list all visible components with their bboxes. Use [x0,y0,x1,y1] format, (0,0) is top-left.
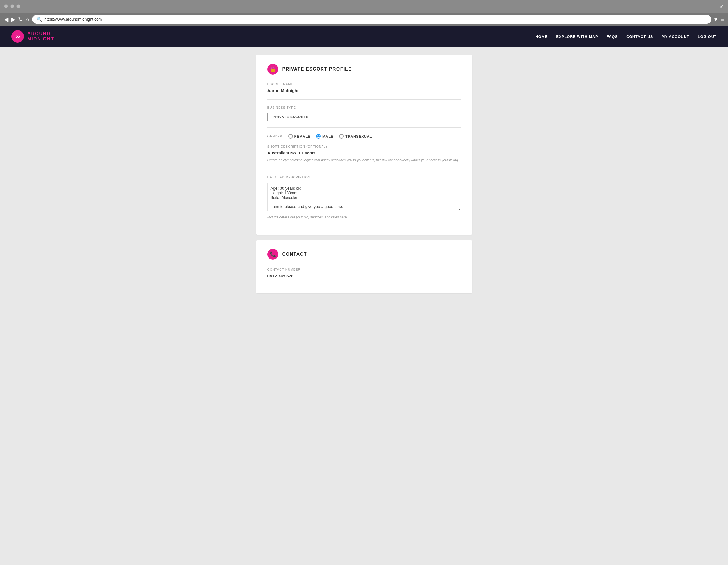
nav-explore[interactable]: EXPLORE WITH MAP [556,34,598,39]
gender-female-radio[interactable] [288,134,293,138]
favorite-icon[interactable]: ♥ [714,16,717,23]
main-nav: HOME EXPLORE WITH MAP FAQS CONTACT US MY… [535,34,717,39]
maximize-dot[interactable] [16,4,20,8]
contact-card: 📞 CONTACT CONTACT NUMBER 0412 345 678 [256,240,472,293]
logo-around: AROUND [27,31,54,36]
nav-faqs[interactable]: FAQS [607,34,618,39]
gender-male[interactable]: MALE [316,134,333,138]
minimize-dot[interactable] [10,4,14,8]
contact-number-label: CONTACT NUMBER [267,268,461,271]
short-description-hint: Create an eye catching tagline that brie… [267,158,461,163]
gender-male-radio[interactable] [316,134,321,138]
profile-card-header: 🔒 PRIVATE ESCORT PROFILE [267,64,461,74]
business-type-field: BUSINESS TYPE PRIVATE ESCORTS [267,106,461,128]
refresh-button[interactable]: ↻ [18,16,23,23]
gender-female-label: FEMALE [294,134,310,138]
profile-card-title: PRIVATE ESCORT PROFILE [282,67,352,72]
short-description-field: SHORT DESCRIPTION (OPTIONAL) Australia's… [267,145,461,169]
home-button[interactable]: ⌂ [26,16,29,23]
gender-transexual-label: TRANSEXUAL [345,134,372,138]
contact-card-header: 📞 CONTACT [267,249,461,260]
expand-icon[interactable]: ⤢ [720,3,724,9]
lock-icon: 🔒 [267,64,278,74]
logo-icon: ∞ [11,30,24,43]
detailed-description-field: DETAILED DESCRIPTION Age: 30 years old H… [267,175,461,220]
escort-name-value[interactable]: Aaron Midnight [267,88,461,93]
nav-account[interactable]: MY ACCOUNT [661,34,689,39]
contact-number-value[interactable]: 0412 345 678 [267,273,461,278]
business-type-label: BUSINESS TYPE [267,106,461,109]
logo[interactable]: ∞ AROUND MIDNIGHT [11,30,54,43]
logo-midnight: MIDNIGHT [27,36,54,42]
detailed-description-hint: Include details like your bio, services,… [267,215,461,220]
business-type-badge: PRIVATE ESCORTS [267,113,314,121]
main-content: 🔒 PRIVATE ESCORT PROFILE ESCORT NAME Aar… [0,47,728,565]
detailed-description-textarea[interactable]: Age: 30 years old Height: 180mm Build: M… [267,183,461,211]
forward-button[interactable]: ▶ [11,16,15,23]
gender-field: GENDER FEMALE MALE TRANSEXUAL [267,134,461,138]
browser-menu-icon[interactable]: ≡ [720,16,724,23]
browser-toolbar: ◀ ▶ ↻ ⌂ 🔍 https://www.aroundmidnight.com… [0,13,728,26]
nav-logout[interactable]: LOG OUT [698,34,717,39]
logo-text: AROUND MIDNIGHT [27,31,54,41]
gender-transexual-radio[interactable] [339,134,344,138]
phone-icon: 📞 [267,249,278,260]
escort-name-label: ESCORT NAME [267,82,461,86]
search-icon: 🔍 [37,17,42,22]
window-controls [4,4,20,8]
contact-number-field: CONTACT NUMBER 0412 345 678 [267,268,461,278]
gender-transexual[interactable]: TRANSEXUAL [339,134,372,138]
short-description-label: SHORT DESCRIPTION (OPTIONAL) [267,145,461,148]
gender-male-label: MALE [322,134,333,138]
profile-card: 🔒 PRIVATE ESCORT PROFILE ESCORT NAME Aar… [256,55,472,235]
gender-label: GENDER [267,134,283,138]
url-text: https://www.aroundmidnight.com [44,17,102,22]
close-dot[interactable] [4,4,8,8]
nav-contact[interactable]: CONTACT US [626,34,653,39]
gender-female[interactable]: FEMALE [288,134,310,138]
short-description-value[interactable]: Australia's No. 1 Escort [267,150,461,155]
browser-chrome: ⤢ [0,0,728,13]
detailed-description-label: DETAILED DESCRIPTION [267,175,461,179]
address-bar[interactable]: 🔍 https://www.aroundmidnight.com [32,15,711,24]
site-header: ∞ AROUND MIDNIGHT HOME EXPLORE WITH MAP … [0,26,728,47]
back-button[interactable]: ◀ [4,16,8,23]
contact-card-title: CONTACT [282,252,307,257]
gender-male-radio-inner [317,135,320,137]
escort-name-field: ESCORT NAME Aaron Midnight [267,82,461,100]
gender-row: GENDER FEMALE MALE TRANSEXUAL [267,134,461,138]
nav-home[interactable]: HOME [535,34,547,39]
logo-infinity-symbol: ∞ [15,33,20,40]
